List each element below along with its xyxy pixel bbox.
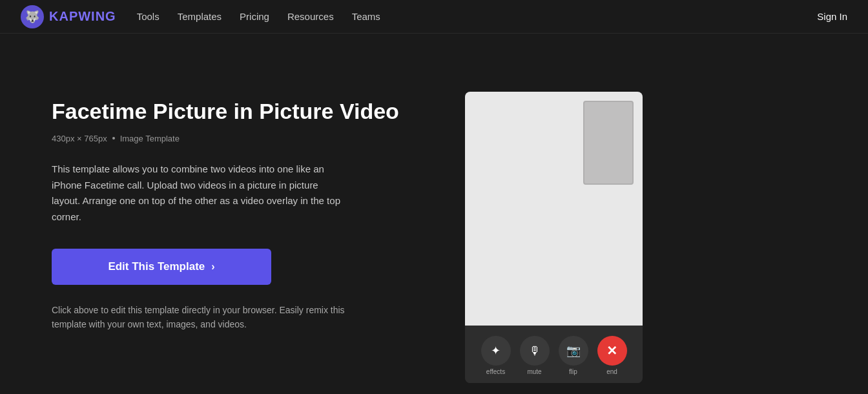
edit-button-label: Edit This Template	[108, 260, 205, 273]
nav-item-tools[interactable]: Tools	[137, 11, 160, 22]
mute-label: mute	[527, 368, 541, 375]
left-panel: Facetime Picture in Picture Video 430px …	[52, 85, 426, 332]
description-text: This template allows you to combine two …	[52, 161, 349, 225]
effects-label: effects	[486, 368, 505, 375]
preview-bottom-bar: ✦ effects 🎙 mute 📷 flip	[465, 326, 643, 383]
template-type-label: Image Template	[120, 134, 180, 143]
preview-controls: ✦ effects 🎙 mute 📷 flip	[481, 336, 627, 375]
mute-control[interactable]: 🎙 mute	[520, 336, 550, 375]
chevron-right-icon: ›	[211, 261, 214, 273]
nav-item-pricing[interactable]: Pricing	[240, 11, 269, 22]
signin-button[interactable]: Sign In	[817, 11, 847, 22]
mute-button[interactable]: 🎙	[520, 336, 550, 366]
effects-icon: ✦	[491, 344, 501, 358]
page-title: Facetime Picture in Picture Video	[52, 98, 426, 125]
effects-control[interactable]: ✦ effects	[481, 336, 511, 375]
end-label: end	[606, 368, 617, 375]
logo-emoji: 🐺	[25, 10, 39, 24]
logo-icon: 🐺	[21, 5, 44, 28]
navbar: 🐺 KAPWING Tools Templates Pricing Resour…	[0, 0, 868, 34]
main-content: Facetime Picture in Picture Video 430px …	[0, 34, 868, 394]
nav-item-resources[interactable]: Resources	[287, 11, 334, 22]
nav-links: Tools Templates Pricing Resources Teams	[137, 11, 818, 22]
logo-link[interactable]: 🐺 KAPWING	[21, 5, 116, 28]
flip-control[interactable]: 📷 flip	[559, 336, 588, 375]
end-button[interactable]: ✕	[597, 336, 627, 366]
microphone-icon: 🎙	[529, 344, 541, 358]
preview-overlay-box	[583, 101, 634, 185]
bottom-note-text: Click above to edit this template direct…	[52, 303, 349, 332]
dimensions-label: 430px × 765px	[52, 134, 107, 143]
camera-icon: 📷	[566, 344, 581, 358]
right-panel: ✦ effects 🎙 mute 📷 flip	[465, 92, 643, 383]
flip-label: flip	[569, 368, 577, 375]
preview-main-area	[465, 92, 643, 326]
nav-item-teams[interactable]: Teams	[352, 11, 380, 22]
preview-container: ✦ effects 🎙 mute 📷 flip	[465, 92, 643, 383]
meta-separator	[112, 137, 115, 140]
flip-button[interactable]: 📷	[559, 336, 588, 366]
close-icon: ✕	[606, 343, 617, 358]
nav-item-templates[interactable]: Templates	[178, 11, 222, 22]
end-control[interactable]: ✕ end	[597, 336, 627, 375]
meta-info: 430px × 765px Image Template	[52, 134, 426, 143]
logo-text: KAPWING	[49, 9, 116, 24]
effects-button[interactable]: ✦	[481, 336, 511, 366]
edit-template-button[interactable]: Edit This Template ›	[52, 249, 271, 285]
